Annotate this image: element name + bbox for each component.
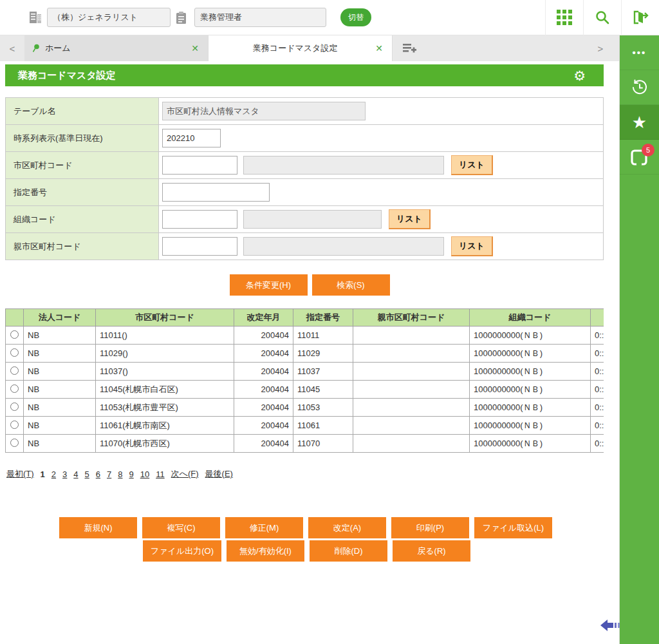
designated-number-field[interactable]	[162, 183, 270, 202]
table-cell: NB	[24, 381, 96, 399]
table-cell: 1000000000(ＮＢ)	[470, 363, 591, 381]
table-cell: 200404	[234, 363, 293, 381]
row-select-radio[interactable]	[10, 402, 19, 411]
table-cell: 11070(札幌市西区)	[96, 435, 234, 453]
tab-active-close-icon[interactable]: ✕	[374, 43, 384, 53]
row-select-cell	[6, 363, 24, 381]
table-cell: 11070	[293, 435, 353, 453]
role-input[interactable]	[194, 8, 326, 27]
tab-home-label: ホーム	[45, 43, 190, 54]
row-select-radio[interactable]	[10, 366, 19, 375]
back-button[interactable]: 戻る(R)	[393, 540, 470, 562]
table-cell: NB	[24, 435, 96, 453]
city-code-field[interactable]	[162, 156, 237, 175]
modify-button[interactable]: 修正(M)	[225, 517, 303, 538]
app-menu-button[interactable]	[545, 0, 583, 35]
form-row-table-name: テーブル名	[6, 98, 604, 125]
footer-button-row-1: 新規(N)複写(C)修正(M)改定(A)印刷(P)ファイル取込(L)	[0, 517, 619, 538]
table-cell: 0::	[591, 417, 604, 435]
pagination-page-link[interactable]: 11	[156, 469, 165, 479]
delete-button[interactable]: 削除(D)	[310, 540, 387, 562]
row-select-radio[interactable]	[10, 348, 19, 357]
org-code-list-button[interactable]: リスト	[389, 209, 431, 229]
collapse-panel-arrow[interactable]	[600, 618, 621, 632]
revise-button[interactable]: 改定(A)	[308, 517, 386, 538]
pagination-page-link[interactable]: 2	[51, 469, 56, 479]
table-cell	[353, 327, 470, 345]
table-cell: NB	[24, 417, 96, 435]
table-cell: 1000000000(ＮＢ)	[470, 399, 591, 417]
topbar: 切替	[0, 0, 659, 35]
column-header: 法人コード	[24, 309, 96, 327]
pagination-page-link[interactable]: 4	[73, 469, 78, 479]
table-cell	[353, 381, 470, 399]
pagination-page-link[interactable]: 6	[96, 469, 100, 479]
parent-city-code-list-button[interactable]: リスト	[451, 236, 493, 256]
pagination-last-link[interactable]: 最後(E)	[205, 468, 233, 480]
row-select-radio[interactable]	[10, 384, 19, 393]
main-content: < ホーム ✕ 業務コードマスタ設定 ✕	[0, 35, 619, 644]
pagination: 最初(T)1234567891011次へ(F)最後(E)	[6, 468, 619, 480]
add-tab-button[interactable]	[393, 35, 426, 61]
logout-icon	[632, 10, 649, 25]
tab-home-close-icon[interactable]: ✕	[190, 43, 200, 53]
parent-city-code-name-field	[243, 237, 444, 256]
row-select-cell	[6, 327, 24, 345]
logout-button[interactable]	[621, 0, 659, 35]
print-button[interactable]: 印刷(P)	[391, 517, 469, 538]
table-cell: 0::	[591, 399, 604, 417]
row-select-radio[interactable]	[10, 439, 19, 447]
pagination-page-link[interactable]: 9	[129, 469, 133, 479]
table-cell: 11037()	[96, 363, 234, 381]
org-code-name-field	[243, 210, 382, 229]
gear-icon[interactable]: ⚙	[573, 69, 586, 82]
tab-gyomu-code-master[interactable]: 業務コードマスタ設定 ✕	[209, 35, 393, 61]
pagination-first-link[interactable]: 最初(T)	[6, 468, 34, 480]
history-icon	[631, 79, 649, 97]
pagination-current-page: 1	[41, 469, 45, 479]
new-button[interactable]: 新規(N)	[59, 517, 137, 538]
tab-scroll-right-button[interactable]: >	[588, 35, 613, 61]
org-code-field[interactable]	[162, 210, 237, 229]
table-cell: 0::	[591, 435, 604, 453]
sidebar-more-button[interactable]: •••	[620, 35, 659, 70]
right-sidebar: ••• ★ 5	[619, 35, 659, 644]
copy-button[interactable]: 複写(C)	[142, 517, 220, 538]
table-cell: 11061(札幌市南区)	[96, 417, 234, 435]
sidebar-history-button[interactable]	[620, 70, 659, 105]
file-import-button[interactable]: ファイル取込(L)	[474, 517, 552, 538]
table-cell: 11029	[293, 345, 353, 363]
sidebar-notifications-button[interactable]: 5	[620, 140, 659, 175]
pagination-next-link[interactable]: 次へ(F)	[171, 468, 199, 480]
results-tbody: NB11011()200404110111000000000(ＮＢ)0::NB1…	[6, 327, 604, 453]
topbar-context: 切替	[0, 8, 371, 27]
parent-city-code-field[interactable]	[162, 237, 237, 256]
results-header-row: 法人コード市区町村コード改定年月指定番号親市区町村コード組織コード	[6, 309, 604, 327]
table-cell: 11061	[293, 417, 353, 435]
change-conditions-button[interactable]: 条件変更(H)	[230, 274, 308, 296]
city-code-list-button[interactable]: リスト	[451, 155, 493, 175]
table-row: NB11045(札幌市白石区)200404110451000000000(ＮＢ)…	[6, 381, 604, 399]
company-input[interactable]	[47, 8, 171, 27]
pagination-page-link[interactable]: 8	[118, 469, 122, 479]
pagination-page-link[interactable]: 7	[107, 469, 111, 479]
row-select-radio[interactable]	[10, 421, 19, 429]
base-date-field[interactable]	[162, 129, 221, 147]
tab-scroll-left-button[interactable]: <	[0, 35, 24, 61]
row-select-cell	[6, 399, 24, 417]
switch-role-button[interactable]: 切替	[340, 8, 371, 26]
column-header: 改定年月	[234, 309, 293, 327]
file-export-button[interactable]: ファイル出力(O)	[143, 540, 221, 562]
enable-disable-button[interactable]: 無効/有効化(I)	[227, 540, 304, 562]
sidebar-favorites-button[interactable]: ★	[620, 105, 659, 140]
table-cell: 200404	[234, 417, 293, 435]
pagination-page-link[interactable]: 10	[140, 469, 149, 479]
table-cell: 200404	[234, 435, 293, 453]
topbar-actions	[545, 0, 659, 35]
search-button[interactable]	[583, 0, 621, 35]
pagination-page-link[interactable]: 5	[85, 469, 89, 479]
pagination-page-link[interactable]: 3	[62, 469, 67, 479]
row-select-radio[interactable]	[10, 330, 19, 339]
search-execute-button[interactable]: 検索(S)	[312, 274, 390, 296]
tab-home[interactable]: ホーム ✕	[24, 35, 209, 61]
